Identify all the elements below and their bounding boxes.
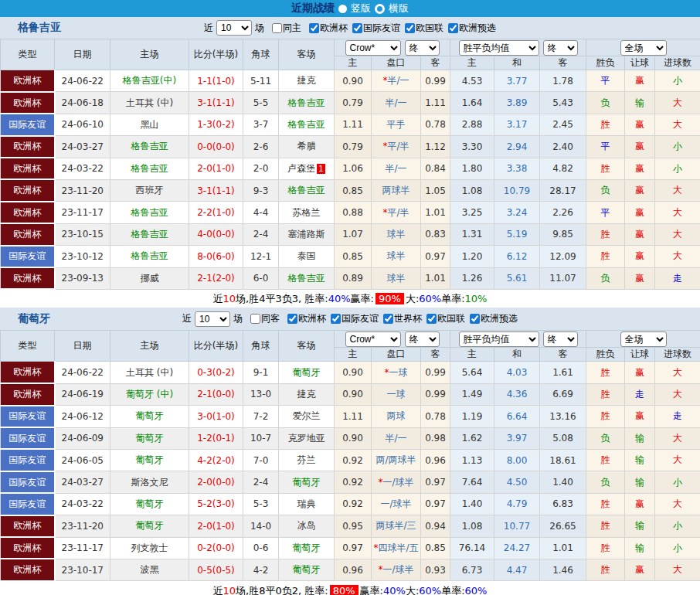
summary-segment: 场,胜4平3负3, 胜率: (236, 292, 328, 306)
league-filter[interactable]: 欧洲预选 (448, 22, 496, 35)
score-cell: 3-1(1-1) (189, 92, 243, 114)
match-scope-select[interactable]: 全场 (620, 332, 667, 347)
final-avg-select[interactable]: 终 (543, 40, 578, 56)
away-odds-cell: 0.85 (421, 537, 450, 559)
league-checkbox[interactable] (405, 23, 415, 33)
avg-odds-select[interactable]: 胜平负均值 (459, 332, 539, 347)
league-label: 世界杯 (394, 312, 422, 325)
handicap-result-cell: 赢 (625, 493, 655, 515)
avg-lose-cell: 2.40 (540, 136, 586, 158)
handicap-result-cell: 赢 (625, 114, 655, 135)
league-filter[interactable]: 世界杯 (383, 312, 422, 325)
same-venue-checkbox[interactable] (250, 314, 260, 324)
league-filter[interactable]: 欧国联 (405, 22, 443, 35)
team-label: 格鲁吉亚(中) (123, 75, 176, 86)
league-checkbox[interactable] (426, 314, 437, 324)
match-row: 欧洲杯23-11-17列支敦士0-2(0-0)0-6葡萄牙0.97*四球半/五0… (1, 537, 700, 559)
handicap-label: 半/一 (385, 97, 406, 108)
vertical-mode-label[interactable]: 竖版 (351, 2, 371, 15)
home-odds-cell: 0.90 (335, 70, 372, 92)
same-venue-checkbox[interactable] (272, 23, 282, 33)
home-team-cell: 葡萄牙 (110, 427, 189, 449)
date-cell: 24-03-22 (55, 493, 110, 515)
goals-result-cell: 大 (655, 92, 700, 114)
horizontal-mode-radio[interactable] (375, 4, 385, 14)
away-team-cell: 格鲁吉亚 (279, 92, 335, 114)
home-team-cell: 葡萄牙 (110, 449, 189, 471)
league-checkbox[interactable] (470, 314, 480, 324)
score-cell: 4-0(0-0) (189, 223, 243, 245)
handicap-cell: *一球 (372, 362, 421, 383)
avg-draw-cell: 3.77 (494, 70, 540, 92)
home-odds-cell: 0.92 (335, 471, 372, 493)
summary-segment: 大: (406, 584, 419, 595)
match-scope-select[interactable]: 全场 (620, 40, 667, 56)
away-team-cell: 捷克 (279, 383, 335, 405)
col-type: 类型 (1, 331, 55, 362)
summary-segment: 60% (419, 293, 441, 304)
away-team-cell: 瑞典 (279, 493, 335, 515)
match-type-cell: 国际友谊 (1, 449, 55, 471)
odds-company-select[interactable]: Crow* (345, 40, 401, 56)
away-odds-cell: 0.99 (421, 362, 450, 383)
league-checkbox[interactable] (383, 314, 393, 324)
league-filter[interactable]: 欧国联 (426, 312, 465, 325)
home-odds-cell: 1.11 (335, 114, 372, 135)
avg-win-cell: 1.20 (450, 246, 494, 267)
team-label: 波黑 (141, 564, 159, 575)
away-odds-cell: 0.97 (421, 471, 450, 493)
result-cell: 胜 (586, 406, 625, 427)
team-filter-bar: 葡萄牙 近 10 场 同客 欧洲杯国际友谊世界杯欧国联欧洲预选 (0, 308, 700, 330)
team-label: 葡萄牙 (136, 498, 164, 509)
score-cell: 2-0(0-0) (189, 471, 243, 493)
handicap-cell: 两球 (372, 406, 421, 427)
recent-count-select[interactable]: 10 (195, 311, 230, 327)
league-filter[interactable]: 欧洲杯 (309, 22, 348, 35)
league-filter[interactable]: 国际友谊 (331, 312, 379, 325)
league-checkbox[interactable] (331, 314, 341, 324)
avg-odds-header: 胜平负均值 终 (450, 39, 586, 56)
goals-result-cell: 走 (655, 406, 700, 427)
same-venue-filter[interactable]: 同主 (272, 22, 301, 35)
vertical-mode-radio[interactable] (338, 5, 347, 13)
match-type-cell: 国际友谊 (1, 493, 55, 515)
result-cell: 胜 (586, 515, 625, 537)
league-checkbox[interactable] (309, 23, 319, 33)
goals-result-cell: 小 (655, 537, 700, 559)
team-label: 葡萄牙 (136, 410, 164, 421)
avg-win-cell: 1.08 (450, 179, 494, 201)
final-avg-select[interactable]: 终 (543, 332, 578, 347)
avg-win-cell: 1.31 (450, 223, 494, 245)
date-cell: 23-11-20 (55, 179, 110, 201)
final-odds-select[interactable]: 终 (405, 332, 440, 347)
odds-company-select[interactable]: Crow* (345, 332, 401, 347)
league-filter[interactable]: 欧洲预选 (470, 312, 518, 325)
matches-label: 场 (255, 22, 264, 35)
match-type-cell: 欧洲杯 (1, 136, 55, 158)
avg-win-cell: 2.88 (450, 114, 494, 135)
league-label: 欧洲杯 (320, 22, 348, 35)
avg-odds-select[interactable]: 胜平负均值 (459, 40, 539, 56)
same-venue-filter[interactable]: 同客 (250, 312, 280, 325)
horizontal-mode-label[interactable]: 横版 (389, 2, 409, 15)
league-filter[interactable]: 欧洲杯 (287, 312, 326, 325)
league-checkbox[interactable] (448, 23, 458, 33)
handicap-label: 一/球半 (382, 477, 413, 488)
away-odds-cell: 0.84 (421, 158, 450, 179)
avg-win-cell: 1.13 (450, 449, 494, 471)
avg-win-cell: 1.62 (450, 427, 494, 449)
match-row: 欧洲杯24-06-18土耳其 (中)3-1(1-1)5-5格鲁吉亚0.79半/一… (1, 92, 700, 114)
match-row: 欧洲杯24-06-22格鲁吉亚(中)1-1(1-0)5-11捷克0.90*半/一… (1, 70, 700, 92)
recent-count-select[interactable]: 10 (216, 20, 252, 36)
odds-company-header: Crow* 终 (335, 331, 450, 348)
league-checkbox[interactable] (287, 314, 297, 324)
date-cell: 24-03-22 (55, 158, 110, 179)
match-row: 欧洲杯23-10-15格鲁吉亚4-0(0-0)2-4塞浦路斯1.07球半0.83… (1, 223, 700, 245)
match-row: 欧洲杯24-06-19葡萄牙 (中)2-1(0-0)13-0捷克0.90一球0.… (1, 383, 700, 405)
home-team-cell: 土耳其 (中) (110, 362, 189, 383)
league-checkbox[interactable] (352, 23, 362, 33)
league-filter[interactable]: 国际友谊 (352, 22, 400, 35)
team-label: 葡萄牙 (136, 454, 164, 465)
home-odds-cell: 0.92 (335, 493, 372, 515)
final-odds-select[interactable]: 终 (405, 40, 440, 56)
